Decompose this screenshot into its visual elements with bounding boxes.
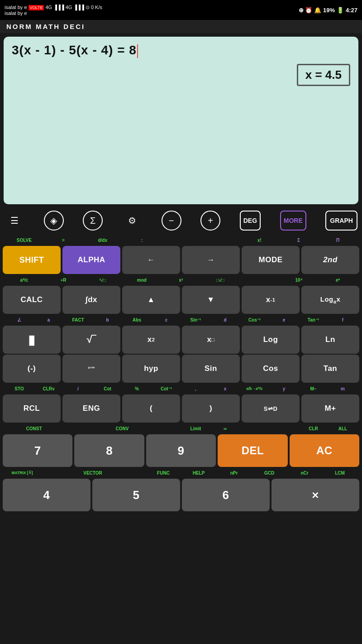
7-button[interactable]: 7 [3,434,72,467]
sublabel-cos-inv: Cos⁻¹ [240,317,269,322]
result-text: x = 4.5 [305,68,342,82]
status-right: ⊕ ⏰ 🔔 19% 🔋 4:27 [299,7,357,14]
sublabel-clr: CLR [299,426,328,431]
sublabel-const: CONST [5,426,63,431]
log-button[interactable]: Log [242,326,300,354]
tan-button[interactable]: Tan [301,355,359,383]
cos-button[interactable]: Cos [242,355,300,383]
sublabel-func: FUNC [146,471,181,476]
btn-row-1: SHIFT ALPHA ← → MODE 2nd [3,246,359,274]
sublabel-row-0: SOLVE = d/dx : x! Σ Π [3,235,359,245]
5-button[interactable]: 5 [92,479,180,511]
toolbar: ☰ ◈ Σ ⚙ − + DEG MORE GRAPH [0,208,362,233]
left-arrow-button[interactable]: ← [122,246,180,274]
mode-button[interactable]: MODE [242,246,300,274]
sublabel-angle: ∠ [5,317,34,322]
sublabel-row-7: MATRIX [⠿] VECTOR FUNC HELP nPr GCD nCr … [3,468,359,478]
sublabel-cbrt: ³√□ [83,278,122,283]
sublabel-row-2: aᵇ/c ÷R ³√□ mod x³ □√□ 10ˣ eˣ [3,275,359,285]
9-button[interactable]: 9 [146,434,216,467]
sublabel-m-lc: m [328,386,357,391]
equation-display: 3(x - 1) - 5(x - 4) = 8 [12,43,350,58]
status-bar: isalat by e VOLTE 4G ▐▐▐ 4G ▐▐▐ ⊙ 0 K/s … [0,0,362,20]
sublabel-help: HELP [181,471,216,476]
alpha-button[interactable]: ALPHA [62,246,120,274]
gem-icon[interactable]: ◈ [44,211,64,231]
clock: 4:27 [346,7,357,14]
fraction-button[interactable]: ▮ [3,326,61,354]
right-arrow-button[interactable]: → [182,246,240,274]
integral-button[interactable]: ∫dx [62,286,120,314]
sublabel-cot: Cot [93,386,122,391]
loga-button[interactable]: Logax [301,286,359,314]
dms-button[interactable]: °'" [62,355,120,383]
8-button[interactable]: 8 [74,434,144,467]
4-button[interactable]: 4 [3,479,90,511]
sublabel-fact: FACT [63,317,93,322]
calc-button[interactable]: CALC [3,286,61,314]
sublabel-clrv: CLRv [34,386,63,391]
sublabel-row-5: STO CLRv i Cot % Cot⁻¹ , x a/b→aᵇ/c y M−… [3,384,359,394]
up-arrow-button[interactable]: ▲ [122,286,180,314]
sublabel-all: ALL [328,426,357,431]
btn-row-6: 7 8 9 DEL AC [3,434,359,467]
sublabel-eq: = [44,238,83,243]
sublabel-x: x [210,386,240,391]
rcl-button[interactable]: RCL [3,394,61,423]
gear-icon[interactable]: ⚙ [122,211,142,231]
sublabel-f: f [328,317,357,322]
sublabel-abs: Abs [122,317,152,322]
multiply-button[interactable]: × [272,479,359,511]
x-inverse-button[interactable]: x-1 [242,286,300,314]
btn-row-7: 4 5 6 × [3,479,359,511]
6-button[interactable]: 6 [182,479,270,511]
hyp-button[interactable]: hyp [122,355,180,383]
open-paren-button[interactable]: ( [122,394,180,423]
sublabel-b: b [93,317,122,322]
sublabel-row-6: CONST CONV Limit ∞ CLR ALL [3,423,359,433]
shift-button[interactable]: SHIFT [3,246,61,274]
sublabel-10x: 10ˣ [279,278,319,283]
2nd-button[interactable]: 2nd [301,246,359,274]
btn-row-2: CALC ∫dx ▲ ▼ x-1 Logax [3,286,359,314]
sublabel-x3: x³ [162,278,201,283]
sublabel-nthrt: □√□ [200,278,240,283]
sqrt-button[interactable]: √‾ [62,326,120,354]
close-paren-button[interactable]: ) [182,394,240,423]
keyboard: SOLVE = d/dx : x! Σ Π SHIFT ALPHA ← → MO… [0,233,362,513]
mode-labels: NORM MATH DECI [6,23,85,30]
sublabel-lcm: LCM [322,471,357,476]
btn-row-5: RCL ENG ( ) S⇌D M+ [3,394,359,423]
sublabel-cot-inv: Cot⁻¹ [152,386,181,391]
graph-button[interactable]: GRAPH [325,211,357,231]
sublabel-c: c [152,317,181,322]
down-arrow-button[interactable]: ▼ [182,286,240,314]
ac-button[interactable]: AC [290,434,359,467]
x2-button[interactable]: x2 [122,326,180,354]
sin-button[interactable]: Sin [182,355,240,383]
xpow-button[interactable]: x□ [182,326,240,354]
sd-button[interactable]: S⇌D [242,394,300,423]
deg-button[interactable]: DEG [240,211,261,231]
btn-row-3: ▮ √‾ x2 x□ Log Ln [3,326,359,354]
status-icons: ⊕ ⏰ 🔔 [299,7,321,14]
negate-button[interactable]: (-) [3,355,61,383]
lines-icon[interactable]: ☰ [5,211,24,231]
minus-icon[interactable]: − [162,211,181,231]
del-button[interactable]: DEL [218,434,287,467]
sublabel-ab-c: aᵇ/c [5,278,44,283]
sublabel-mod: mod [122,278,162,283]
plus-icon[interactable]: + [200,211,220,231]
sublabel-npr: nPr [216,471,252,476]
more-button[interactable]: MORE [280,211,306,231]
eng-button[interactable]: ENG [62,394,120,423]
carrier-text: isalat by e VOLTE 4G ▐▐▐ 4G ▐▐▐ ⊙ 0 K/s [5,5,102,10]
sigma-icon[interactable]: Σ [83,211,103,231]
ln-button[interactable]: Ln [301,326,359,354]
sublabel-mminus: M− [299,386,328,391]
sublabel-sum: Σ [279,238,319,243]
sublabel-vector: VECTOR [75,471,110,476]
sublabel-i: i [63,386,93,391]
mplus-button[interactable]: M+ [301,394,359,423]
mode-bar: NORM MATH DECI [0,20,362,33]
